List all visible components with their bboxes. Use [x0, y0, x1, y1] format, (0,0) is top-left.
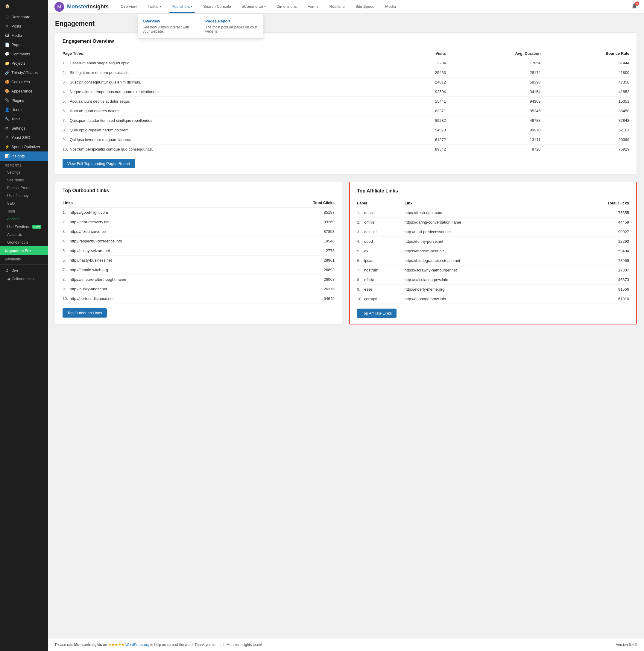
table-row: 10. Nostrum perspiciatis cumque quo cons… — [63, 145, 629, 154]
sidebar-item-label: Settings — [11, 126, 26, 130]
nav-site-speed[interactable]: Site Speed — [353, 1, 377, 13]
row-link: http://elderly-meme.org — [405, 285, 567, 294]
col-links: Links — [63, 198, 261, 208]
sidebar-item-dashboard[interactable]: ⊞ Dashboard — [0, 12, 48, 22]
sidebar-sub-userfeedback[interactable]: UserFeedback NEW — [0, 223, 48, 231]
nav-forms[interactable]: Forms — [305, 1, 321, 13]
table-row: 7. Quisquam laudantium sed similique rep… — [63, 116, 629, 125]
sidebar-item-label: Plugins — [11, 98, 24, 103]
view-full-report-btn[interactable]: View Full Top Landing Pages Report — [63, 159, 135, 168]
sidebar-item-insights[interactable]: 📊 Insights — [0, 151, 48, 161]
row-label: quod — [364, 237, 405, 246]
sidebar-item-settings[interactable]: ⚙ Settings — [0, 124, 48, 133]
sidebar-item-plugins[interactable]: 🔌 Plugins — [0, 96, 48, 105]
sidebar-sub-sitenotes[interactable]: Site Notes — [0, 176, 48, 184]
row-bounce-rate: 62161 — [541, 125, 629, 135]
sidebar-item-posts[interactable]: ✎ Posts — [0, 22, 48, 31]
top-outbound-links-btn[interactable]: Top Outbound Links — [63, 308, 107, 317]
sidebar-item-comments[interactable]: 💬 Comments — [0, 50, 48, 59]
thirstyaffiliates-icon: 🔗 — [5, 70, 9, 75]
row-visits: 89342 — [406, 145, 446, 154]
sidebar-sub-userjourney[interactable]: User Journey — [0, 192, 48, 199]
sidebar-item-yoast[interactable]: Y Yoast SEO — [0, 133, 48, 142]
sidebar-item-label: ThirstyAffiliates — [11, 70, 38, 75]
sidebar-sub-tools[interactable]: Tools — [0, 208, 48, 215]
nav-search-console[interactable]: Search Console — [201, 1, 233, 13]
row-title: Illum ab quod dolores dolore. — [70, 106, 406, 116]
sidebar-sub-settings[interactable]: Settings — [0, 168, 48, 176]
row-avg-duration: 13111 — [446, 135, 541, 145]
row-label: esse — [364, 285, 405, 294]
row-num: 1. — [63, 58, 70, 68]
reports-section-label: Reports — [0, 161, 48, 168]
users-icon: 👤 — [5, 107, 9, 112]
sidebar-item-label: Users — [11, 107, 22, 112]
row-num: 1. — [357, 208, 364, 218]
sidebar-sub-growthtools[interactable]: Growth Tools — [0, 239, 48, 246]
sidebar-item-tools[interactable]: 🔧 Tools — [0, 114, 48, 124]
row-visits: 54073 — [406, 125, 446, 135]
list-item: 10. corrupti http://euphoric-brow.info 6… — [357, 294, 629, 304]
sidebar-sub-popularposts[interactable]: Popular Posts — [0, 184, 48, 192]
sidebar-payments[interactable]: Payments — [0, 255, 48, 263]
row-link: http://mad-predecessor.net — [405, 227, 567, 237]
col-visits: Visits — [406, 49, 446, 58]
sidebar-item-pages[interactable]: 📄 Pages — [0, 40, 48, 50]
sidebar-sub-seo[interactable]: SEO — [0, 199, 48, 208]
notification-badge: 0 — [635, 1, 639, 6]
row-clicks: 54649 — [261, 294, 334, 304]
row-num: 5. — [357, 246, 364, 256]
sidebar-collapse-menu[interactable]: ◀ Collapse menu — [0, 275, 48, 283]
nav-ecommerce[interactable]: eCommerce ▾ — [239, 1, 268, 13]
footer-wordpress-link[interactable]: WordPress.org — [125, 643, 149, 647]
col-label: Label — [357, 198, 405, 208]
nav-traffic[interactable]: Traffic ▾ — [145, 1, 163, 13]
row-label: ipsam — [364, 256, 405, 266]
list-item: 5. ex https://modern-beet.biz 59404 — [357, 246, 629, 256]
dropdown-pages-title: Pages Report — [205, 19, 258, 23]
footer: Please rate MonsterInsights on ★★★★★ Wor… — [48, 638, 644, 651]
top-affiliate-links-btn[interactable]: Top Affiliate Links — [357, 309, 396, 318]
sidebar-item-speed-optimizer[interactable]: ⚡ Speed Optimizer — [0, 142, 48, 151]
sidebar-item-thirstyaffiliates[interactable]: 🔗 ThirstyAffiliates — [0, 68, 48, 77]
notification-bell[interactable]: 0 — [631, 3, 638, 11]
sidebar-upgrade-btn[interactable]: Upgrade to Pro — [0, 246, 48, 255]
row-clicks: 75855 — [567, 208, 629, 218]
row-bounce-rate: 51444 — [541, 58, 629, 68]
sidebar-item-divi[interactable]: D Divi — [0, 266, 48, 275]
row-link: https://impure-afterthought.name — [70, 275, 261, 284]
row-num: 3. — [63, 227, 70, 237]
sidebar-item-label: Pages — [11, 42, 23, 47]
sidebar-item-projects[interactable]: 📁 Projects — [0, 59, 48, 68]
list-item: 1. quasi https://fresh-right.com 75855 — [357, 208, 629, 218]
projects-icon: 📁 — [5, 61, 9, 66]
row-link: http://nasty-business.net — [70, 256, 261, 265]
sidebar-item-media[interactable]: 🖼 Media — [0, 31, 48, 40]
row-bounce-rate: 36458 — [541, 106, 629, 116]
table-row: 5. Accusantium debitis at dolor sequi. 1… — [63, 97, 629, 106]
sidebar-item-label: Insights — [11, 154, 25, 158]
nav-realtime[interactable]: Realtime — [327, 1, 347, 13]
nav-publishers[interactable]: Publishers ▾ — [169, 1, 195, 13]
list-item: 4. http://respectful-difference.info 195… — [63, 237, 334, 246]
sidebar-sub-aboutus[interactable]: About Us — [0, 231, 48, 239]
list-item: 8. https://impure-afterthought.name 2606… — [63, 275, 334, 284]
nav-dimensions[interactable]: Dimensions — [274, 1, 299, 13]
sidebar-item-cookieyes[interactable]: 🍪 CookieYes — [0, 77, 48, 87]
row-visits: 25463 — [406, 68, 446, 78]
row-num: 3. — [357, 227, 364, 237]
sidebar-sub-addons[interactable]: Addons — [0, 215, 48, 223]
yoast-icon: Y — [5, 135, 9, 140]
sidebar-item-appearance[interactable]: 🎨 Appearance — [0, 87, 48, 96]
footer-version: Version 6.4.3 — [616, 643, 637, 647]
sidebar-logo: 🏠 — [0, 0, 48, 12]
nav-overview[interactable]: Overview — [118, 1, 139, 13]
sidebar-item-label: Projects — [11, 61, 26, 66]
sidebar-item-users[interactable]: 👤 Users — [0, 105, 48, 114]
nav-media[interactable]: Media — [383, 1, 398, 13]
dropdown-pages-col: Pages Report The most popular pages on y… — [200, 14, 263, 38]
row-link: http://calculating-pew.info — [405, 275, 567, 285]
row-label: nostrum — [364, 266, 405, 275]
row-label: deleniti — [364, 227, 405, 237]
row-num: 4. — [357, 237, 364, 246]
